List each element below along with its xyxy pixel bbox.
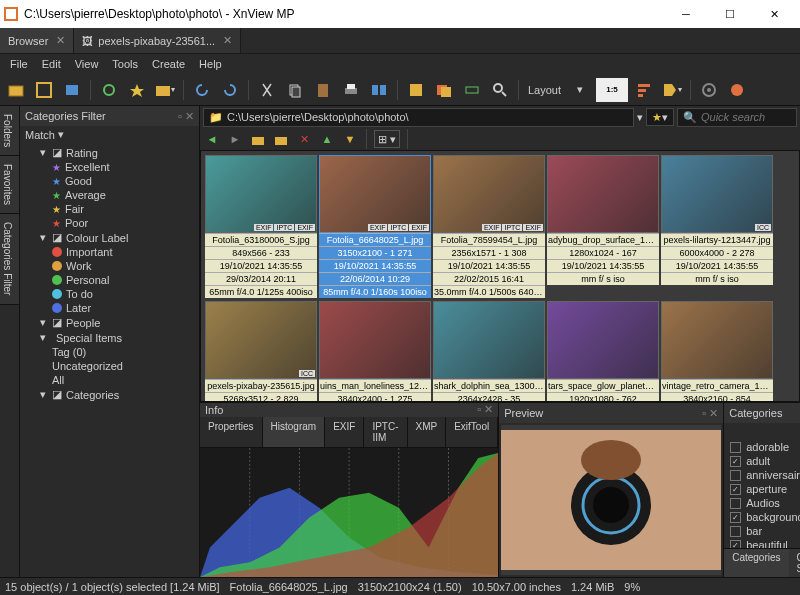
- cut-button[interactable]: [255, 78, 279, 102]
- checkbox[interactable]: ✓: [730, 512, 741, 523]
- checkbox[interactable]: [730, 442, 741, 453]
- panel-controls[interactable]: ▫ ✕: [702, 407, 718, 420]
- info-tab-histogram[interactable]: Histogram: [263, 417, 326, 447]
- home-button[interactable]: [272, 130, 290, 148]
- slideshow-button[interactable]: [60, 78, 84, 102]
- path-input[interactable]: 📁 C:\Users\pierre\Desktop\photo\photo\: [203, 108, 634, 127]
- convert-button[interactable]: [404, 78, 428, 102]
- close-icon[interactable]: ✕: [56, 34, 65, 47]
- category-item[interactable]: ✓beautiful: [724, 538, 800, 548]
- checkbox[interactable]: ✓: [730, 456, 741, 467]
- category-item[interactable]: ✓aperture: [724, 482, 800, 496]
- folder-dropdown-button[interactable]: ▾: [153, 78, 177, 102]
- rotate-left-button[interactable]: [190, 78, 214, 102]
- category-item[interactable]: anniversaire: [724, 468, 800, 482]
- compare-button[interactable]: [367, 78, 391, 102]
- close-button[interactable]: ✕: [752, 0, 796, 28]
- copy-button[interactable]: [283, 78, 307, 102]
- tree-item-categories[interactable]: ▾◪ Categories: [20, 387, 199, 402]
- forward-button[interactable]: ►: [226, 130, 244, 148]
- favorites-button[interactable]: [125, 78, 149, 102]
- up-button[interactable]: [249, 130, 267, 148]
- tree-item-excellent[interactable]: ★Excellent: [20, 160, 199, 174]
- back-button[interactable]: ◄: [203, 130, 221, 148]
- tree-item-good[interactable]: ★Good: [20, 174, 199, 188]
- close-icon[interactable]: ✕: [223, 34, 232, 47]
- print-button[interactable]: [339, 78, 363, 102]
- checkbox[interactable]: ✓: [730, 484, 741, 495]
- tab-image[interactable]: 🖼 pexels-pixabay-23561... ✕: [74, 28, 241, 53]
- chevron-down-icon[interactable]: ▾: [637, 111, 643, 124]
- panel-controls[interactable]: ▫ ✕: [178, 110, 194, 123]
- sidetab-categories-filter[interactable]: Categories Filter: [0, 214, 19, 304]
- tree-item-later[interactable]: Later: [20, 301, 199, 315]
- info-tab-exif[interactable]: EXIF: [325, 417, 364, 447]
- search-button[interactable]: [488, 78, 512, 102]
- info-tab-xmp[interactable]: XMP: [408, 417, 447, 447]
- refresh-button[interactable]: [97, 78, 121, 102]
- tree-item-all[interactable]: All: [20, 373, 199, 387]
- category-item[interactable]: bar: [724, 524, 800, 538]
- thumbnail[interactable]: vintage_retro_camera_1265...3840x2160 - …: [661, 301, 773, 402]
- tab-category-sets[interactable]: Category Sets: [789, 549, 800, 577]
- tree-item-colour-label[interactable]: ▾◪ Colour Label: [20, 230, 199, 245]
- category-item[interactable]: Audios: [724, 496, 800, 510]
- menu-help[interactable]: Help: [193, 56, 228, 72]
- rename-button[interactable]: [460, 78, 484, 102]
- menu-create[interactable]: Create: [146, 56, 191, 72]
- tree-item-fair[interactable]: ★Fair: [20, 202, 199, 216]
- tree-item-rating[interactable]: ▾◪ Rating: [20, 145, 199, 160]
- menu-edit[interactable]: Edit: [36, 56, 67, 72]
- info-tab-exiftool[interactable]: ExifTool: [446, 417, 498, 447]
- tree-item-tag--0-[interactable]: Tag (0): [20, 345, 199, 359]
- about-button[interactable]: [725, 78, 749, 102]
- tree-item-to-do[interactable]: To do: [20, 287, 199, 301]
- stop-button[interactable]: ✕: [295, 130, 313, 148]
- checkbox[interactable]: ✓: [730, 540, 741, 549]
- maximize-button[interactable]: ☐: [708, 0, 752, 28]
- category-item[interactable]: ✓background: [724, 510, 800, 524]
- tag-button[interactable]: ▾: [660, 78, 684, 102]
- thumbnail[interactable]: uins_man_loneliness_12427...3840x2400 - …: [319, 301, 431, 402]
- preview-image[interactable]: [501, 425, 721, 575]
- settings-button[interactable]: [697, 78, 721, 102]
- thumbnail[interactable]: EXIFIPTCEXIFFotolia_78599454_L.jpg2356x1…: [433, 155, 545, 298]
- category-item[interactable]: adorable: [724, 440, 800, 454]
- thumbnail[interactable]: EXIFIPTCEXIFFotolia_66648025_L.jpg3150x2…: [319, 155, 431, 298]
- category-item[interactable]: ✓adult: [724, 454, 800, 468]
- sort-button[interactable]: [632, 78, 656, 102]
- thumbnail[interactable]: adybug_drop_surface_1062...1280x1024 - 1…: [547, 155, 659, 298]
- chevron-down-icon[interactable]: ▾: [58, 128, 64, 141]
- tree-item-people[interactable]: ▾◪ People: [20, 315, 199, 330]
- menu-file[interactable]: File: [4, 56, 34, 72]
- tab-categories[interactable]: Categories: [724, 549, 788, 577]
- thumbnail[interactable]: EXIFIPTCEXIFFotolia_63180006_S.jpg849x56…: [205, 155, 317, 298]
- paste-button[interactable]: [311, 78, 335, 102]
- tree-item-work[interactable]: Work: [20, 259, 199, 273]
- tree-item-average[interactable]: ★Average: [20, 188, 199, 202]
- sidetab-folders[interactable]: Folders: [0, 106, 19, 156]
- tree-item-personal[interactable]: Personal: [20, 273, 199, 287]
- info-tab-iptc-iim[interactable]: IPTC-IIM: [364, 417, 407, 447]
- tree-item-uncategorized[interactable]: Uncategorized: [20, 359, 199, 373]
- thumbview-button[interactable]: 1:5: [596, 78, 628, 102]
- menu-tools[interactable]: Tools: [106, 56, 144, 72]
- up-arrow-button[interactable]: ▲: [318, 130, 336, 148]
- open-button[interactable]: [4, 78, 28, 102]
- rotate-right-button[interactable]: [218, 78, 242, 102]
- thumbnail[interactable]: ICCpexels-pixabay-235615.jpg5268x3512 - …: [205, 301, 317, 402]
- tab-browser[interactable]: Browser ✕: [0, 28, 74, 53]
- view-mode-button[interactable]: ⊞ ▾: [374, 130, 400, 148]
- minimize-button[interactable]: ─: [664, 0, 708, 28]
- tree-item-special-items[interactable]: ▾Special Items: [20, 330, 199, 345]
- favorite-toggle[interactable]: ★▾: [646, 108, 674, 126]
- batch-button[interactable]: [432, 78, 456, 102]
- checkbox[interactable]: [730, 526, 741, 537]
- checkbox[interactable]: [730, 470, 741, 481]
- checkbox[interactable]: [730, 498, 741, 509]
- sidetab-favorites[interactable]: Favorites: [0, 156, 19, 214]
- panel-controls[interactable]: ▫ ✕: [477, 403, 493, 416]
- quick-search[interactable]: 🔍 Quick search: [677, 108, 797, 127]
- filter-button[interactable]: ▼: [341, 130, 359, 148]
- tree-item-poor[interactable]: ★Poor: [20, 216, 199, 230]
